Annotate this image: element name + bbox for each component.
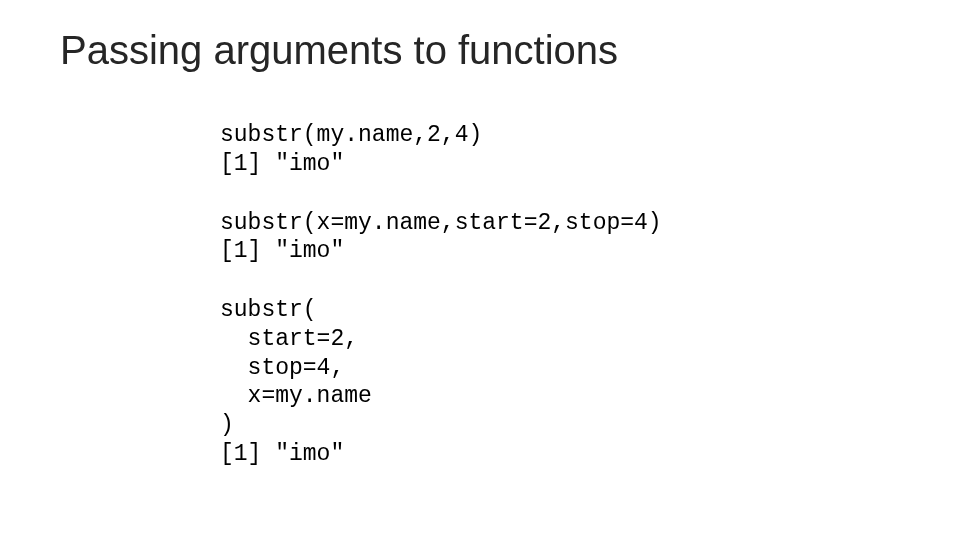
code-block-3: substr( start=2, stop=4, x=my.name ) [1]… — [220, 296, 900, 469]
slide-title: Passing arguments to functions — [60, 28, 900, 73]
code-area: substr(my.name,2,4) [1] "imo" substr(x=m… — [220, 121, 900, 469]
slide-container: Passing arguments to functions substr(my… — [0, 0, 960, 469]
code-block-2: substr(x=my.name,start=2,stop=4) [1] "im… — [220, 209, 900, 267]
code-block-1: substr(my.name,2,4) [1] "imo" — [220, 121, 900, 179]
